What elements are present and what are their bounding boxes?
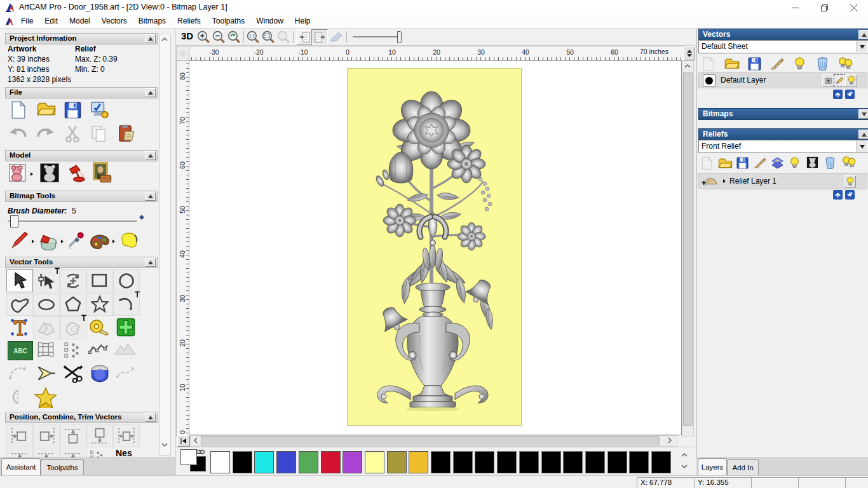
palette-swatch[interactable] [233, 451, 252, 473]
primary-colour-swatch[interactable] [180, 449, 197, 465]
brush-diameter-slider[interactable] [8, 220, 137, 222]
cut-button[interactable] [65, 125, 80, 142]
layer-upload-button[interactable] [822, 74, 834, 86]
select-vectors-tool[interactable] [6, 269, 33, 292]
merge-vector-layers-button[interactable] [770, 57, 785, 71]
zoom-out-button[interactable] [212, 30, 226, 44]
delete-relief-layer-button[interactable] [825, 156, 836, 169]
expand-button[interactable] [858, 109, 868, 119]
move-layer-up-button[interactable] [833, 90, 843, 99]
scatter-copies-tool[interactable] [88, 449, 107, 458]
tab-assistant[interactable]: Assistant [1, 458, 41, 475]
fit-curve-tool[interactable] [88, 341, 109, 356]
undo-button[interactable] [9, 127, 28, 141]
section-header-file[interactable]: File [5, 87, 158, 98]
palette-swatch[interactable] [254, 451, 274, 473]
palette-swatch[interactable] [342, 451, 362, 473]
nesting-tool[interactable]: Nes [116, 448, 132, 458]
expand-layer-arrow[interactable] [723, 179, 726, 183]
zoom-to-selection-button-disabled[interactable] [276, 30, 291, 44]
palette-swatch[interactable] [563, 451, 583, 473]
chevron-down-icon[interactable] [857, 141, 867, 152]
toggle-all-layers-button[interactable] [838, 57, 853, 71]
texture-relief-button[interactable] [93, 162, 112, 183]
toggle-all-reliefs-button[interactable] [842, 156, 857, 169]
collapse-button[interactable] [858, 130, 868, 139]
pan-toggle-button[interactable] [177, 435, 190, 447]
contrast-slider-handle[interactable] [397, 31, 402, 43]
chevron-down-icon[interactable] [857, 41, 867, 52]
palette-swatch[interactable] [453, 451, 473, 473]
align-centre-vertical-tool[interactable] [6, 449, 33, 458]
set-model-size-button[interactable] [8, 163, 28, 183]
flood-fill-bucket-button[interactable] [38, 232, 59, 251]
menu-model[interactable]: Model [64, 15, 96, 27]
contrast-slider[interactable] [353, 36, 398, 38]
palette-swatch[interactable] [497, 451, 517, 473]
toggle-relief-visibility-button[interactable] [790, 156, 799, 169]
palette-swatch[interactable] [431, 451, 451, 473]
add-relief-icon[interactable]: + [702, 179, 706, 187]
palette-swatch[interactable] [541, 451, 561, 473]
relief-select[interactable]: Front Relief [698, 140, 868, 153]
delete-vector-layer-button[interactable] [817, 57, 829, 71]
brush-diameter-slider-handle[interactable] [10, 215, 18, 227]
distort-vectors-tool[interactable] [36, 340, 56, 359]
paste-button[interactable] [90, 125, 108, 142]
canvas-scroll-left-button[interactable] [191, 436, 200, 445]
create-polygon-tool[interactable] [60, 293, 86, 316]
vector-layer-row[interactable]: Default Layer [698, 72, 867, 88]
collapse-button[interactable] [145, 413, 156, 422]
layer-colour-swatch[interactable] [703, 74, 715, 87]
open-relief-layer-button[interactable] [718, 158, 733, 170]
canvas-horizontal-scroll-thumb[interactable] [201, 436, 660, 445]
palette-swatch[interactable] [210, 451, 230, 473]
view-3d-button[interactable]: 3D [181, 30, 193, 41]
trim-vectors-tool[interactable] [62, 363, 84, 383]
move-relief-down-button[interactable] [845, 190, 855, 200]
palette-swatch[interactable] [475, 451, 494, 473]
canvas-vertical-scroll-thumb[interactable] [683, 72, 693, 426]
palette-swatch[interactable] [629, 451, 649, 473]
relief-layer-name[interactable]: Relief Layer 1 [729, 177, 776, 186]
notes-button[interactable] [118, 124, 135, 143]
align-left-tool[interactable] [6, 424, 33, 447]
extrude-tool[interactable] [89, 363, 111, 383]
palette-swatch[interactable] [651, 451, 671, 473]
ruler-units-spinner[interactable] [684, 46, 695, 60]
open-model-button[interactable] [37, 102, 56, 118]
wrap-text-tool-disabled[interactable] [33, 316, 60, 339]
menu-vectors[interactable]: Vectors [96, 15, 133, 27]
collapse-button[interactable] [145, 34, 156, 43]
paste-along-curve-tool[interactable] [60, 449, 86, 458]
save-vector-layer-button[interactable] [748, 57, 761, 71]
zoom-to-fit-button[interactable] [261, 30, 276, 44]
create-polyline-tool[interactable] [6, 293, 33, 316]
vectors-panel-header[interactable]: Vectors [698, 29, 868, 41]
wrap-vectors-tool[interactable] [34, 387, 57, 408]
menu-help[interactable]: Help [289, 15, 316, 27]
new-model-button[interactable] [10, 100, 27, 119]
menu-window[interactable]: Window [250, 15, 289, 27]
section-header-vector-tools[interactable]: Vector Tools [5, 257, 158, 268]
move-layer-down-button[interactable] [845, 90, 855, 99]
block-paste-tool[interactable] [63, 340, 82, 359]
menu-bitmaps[interactable]: Bitmaps [133, 15, 172, 27]
open-vector-layer-button[interactable] [724, 58, 740, 71]
new-vector-layer-button[interactable] [702, 57, 715, 71]
previous-bitmap-layer-button[interactable] [296, 29, 313, 45]
create-circle-tool[interactable] [113, 269, 140, 292]
section-header-model[interactable]: Model [5, 150, 158, 161]
align-centre-in-page-tool[interactable] [33, 449, 60, 458]
vector-layer-name[interactable]: Default Layer [721, 76, 766, 85]
close-button[interactable] [839, 0, 868, 15]
blend-spans-tool-disabled[interactable] [116, 365, 135, 381]
paint-brush-button[interactable] [10, 231, 29, 250]
create-arc-tool[interactable] [113, 293, 140, 316]
relief-artwork[interactable] [347, 68, 522, 426]
lighting-button[interactable] [66, 163, 86, 182]
ruler-origin-button[interactable] [176, 46, 190, 61]
combine-relief-mode-button[interactable] [771, 157, 784, 169]
relief-layer-row[interactable]: + Relief Layer 1 [698, 173, 867, 189]
section-header-position-combine-trim[interactable]: Position, Combine, Trim Vectors [5, 412, 158, 423]
